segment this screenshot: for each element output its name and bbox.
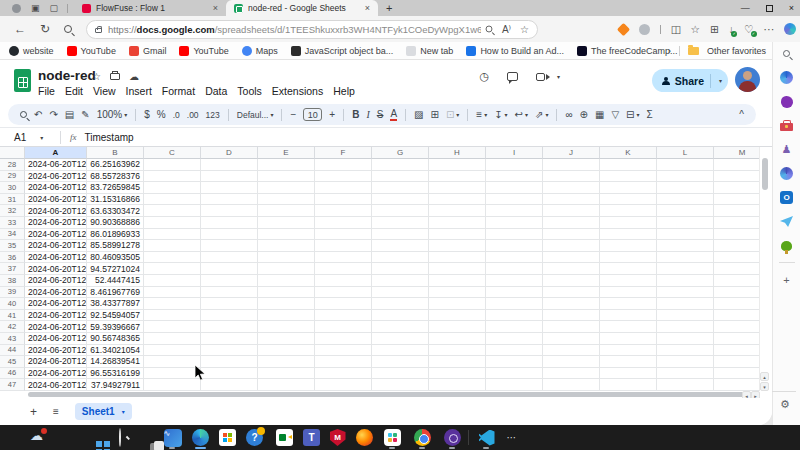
cell-empty[interactable] [201,171,258,183]
cell-empty[interactable] [258,171,315,183]
cell-timestamp[interactable]: 2024-06-20T12:2 [25,275,87,287]
cell-empty[interactable] [543,229,600,241]
cell-empty[interactable] [543,263,600,275]
cell-empty[interactable] [543,194,600,206]
cell-empty[interactable] [429,287,486,299]
cell-value[interactable]: 59.39396667 [87,321,144,333]
version-history-icon[interactable]: ◷ [479,70,489,83]
cell-empty[interactable] [600,298,657,310]
cell-empty[interactable] [144,298,201,310]
browser-essentials-icon[interactable]: ♡ [744,23,753,35]
cell-empty[interactable] [315,171,372,183]
cell-empty[interactable] [201,356,258,368]
cell-empty[interactable] [657,321,714,333]
cell-empty[interactable] [201,263,258,275]
spreadsheet-grid[interactable]: 282024-06-20T12:266.25163962292024-06-20… [0,159,772,391]
cell-empty[interactable] [486,171,543,183]
formula-input[interactable]: Timestamp [85,132,134,143]
cell-empty[interactable] [600,287,657,299]
cell-empty[interactable] [258,194,315,206]
copilot-icon[interactable] [784,23,796,35]
refresh-icon[interactable]: ↻ [40,22,50,36]
cell-empty[interactable] [372,333,429,345]
menu-data[interactable]: Data [200,84,232,98]
cell-empty[interactable] [258,287,315,299]
cell-empty[interactable] [600,379,657,391]
currency-icon[interactable]: $ [144,109,150,120]
cell-empty[interactable] [600,240,657,252]
column-header-c[interactable]: C [144,147,201,159]
cell-empty[interactable] [372,171,429,183]
cell-empty[interactable] [486,333,543,345]
row-header[interactable]: 36 [0,252,25,264]
cell-empty[interactable] [429,171,486,183]
games-icon[interactable]: ♟ [779,142,794,157]
bookmark-item[interactable]: website [9,46,54,56]
teams-icon[interactable]: T [301,427,322,448]
cell-empty[interactable] [315,356,372,368]
cell-empty[interactable] [600,345,657,357]
cell-empty[interactable] [372,310,429,322]
cell-empty[interactable] [600,368,657,380]
column-header-j[interactable]: J [543,147,600,159]
cell-empty[interactable] [315,194,372,206]
cell-value[interactable]: 86.01896933 [87,229,144,241]
cell-timestamp[interactable]: 2024-06-20T12:2 [25,229,87,241]
back-icon[interactable]: ← [14,22,26,36]
cell-empty[interactable] [657,333,714,345]
font-size-input[interactable]: 10 [303,108,322,121]
cell-empty[interactable] [258,345,315,357]
cell-empty[interactable] [486,310,543,322]
cell-empty[interactable] [144,263,201,275]
cell-empty[interactable] [429,356,486,368]
cell-empty[interactable] [258,159,315,171]
percent-icon[interactable]: % [157,109,166,120]
cell-empty[interactable] [144,333,201,345]
cell-empty[interactable] [429,205,486,217]
cell-empty[interactable] [372,298,429,310]
share-button[interactable]: Share ▾ [652,69,728,92]
cell-empty[interactable] [486,217,543,229]
row-header[interactable]: 46 [0,368,25,380]
m365-icon[interactable] [779,166,794,181]
cell-empty[interactable] [315,368,372,380]
cell-empty[interactable] [657,171,714,183]
cell-empty[interactable] [600,229,657,241]
column-header-e[interactable]: E [258,147,315,159]
cell-empty[interactable] [258,252,315,264]
tab-close-icon[interactable]: × [362,3,373,13]
sheet-tab[interactable]: Sheet1 ▾ [75,403,132,420]
cell-empty[interactable] [429,229,486,241]
cell-empty[interactable] [543,310,600,322]
cell-empty[interactable] [144,275,201,287]
cell-value[interactable]: 61.34021054 [87,345,144,357]
column-header-l[interactable]: L [657,147,714,159]
cell-value[interactable]: 94.57271024 [87,263,144,275]
cell-empty[interactable] [486,379,543,391]
move-to-folder-icon[interactable] [110,73,120,80]
widgets-icon[interactable]: ∿ [162,427,183,448]
cell-value[interactable]: 8.461967769 [87,287,144,299]
cell-empty[interactable] [201,287,258,299]
cell-empty[interactable] [201,310,258,322]
menu-extensions[interactable]: Extensions [267,84,328,98]
cell-empty[interactable] [144,368,201,380]
column-header-f[interactable]: F [315,147,372,159]
cell-empty[interactable] [657,379,714,391]
text-wrap-icon[interactable]: ↩▾ [515,109,528,120]
cell-empty[interactable] [429,263,486,275]
bookmark-item[interactable]: Maps [242,46,278,56]
lock-icon[interactable] [95,28,102,33]
hide-menus-icon[interactable]: ^ [739,109,744,120]
cell-empty[interactable] [543,333,600,345]
cell-empty[interactable] [600,159,657,171]
cell-empty[interactable] [201,205,258,217]
collections-icon[interactable]: ⊞ [710,23,719,35]
cell-empty[interactable] [486,356,543,368]
cell-empty[interactable] [258,263,315,275]
row-header[interactable]: 34 [0,229,25,241]
fill-color-icon[interactable]: ▨ [414,109,423,120]
cell-empty[interactable] [372,252,429,264]
cell-empty[interactable] [543,182,600,194]
cell-empty[interactable] [258,275,315,287]
